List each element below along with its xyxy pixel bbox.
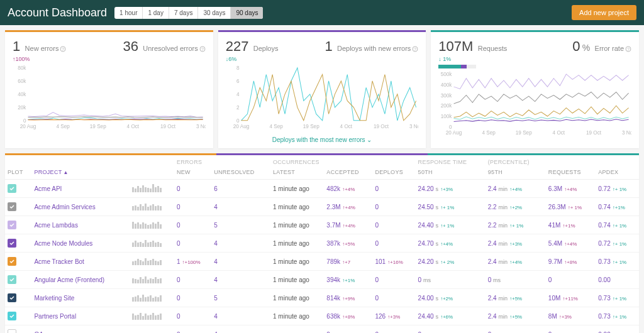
deploys-value: 227 xyxy=(226,38,249,54)
projects-table: ERRORSOCCURRENCESRESPONSE TIME(PERCENTIL… xyxy=(5,155,639,333)
table-row[interactable]: Acme Tracker Bot1↑+100%41 minute ago789k… xyxy=(5,253,639,271)
col-deploys[interactable]: DEPLOYS xyxy=(372,165,415,180)
unresolved-errors-label: Unresolved errors? xyxy=(143,45,205,52)
svg-text:400k: 400k xyxy=(441,82,453,88)
sparkline xyxy=(132,220,162,229)
svg-text:?: ? xyxy=(627,47,630,52)
col-latest[interactable]: LATEST xyxy=(270,165,324,180)
project-link[interactable]: Angular Acme (Frontend) xyxy=(34,276,104,283)
col-unresolved[interactable]: UNRESOLVED xyxy=(211,165,270,180)
table-row[interactable]: Acme Admin Services041 minute ago2.3M↑+4… xyxy=(5,198,639,216)
page-title: Account Dashboard xyxy=(8,6,107,19)
table-row[interactable]: Partners Portal041 minute ago638k↑+8%126… xyxy=(5,307,639,325)
plot-checkbox[interactable] xyxy=(8,239,16,248)
table-row[interactable]: Angular Acme (Frontend)041 minute ago394… xyxy=(5,271,639,289)
unresolved-errors-value: 36 xyxy=(123,38,138,54)
svg-text:20 Aug: 20 Aug xyxy=(446,130,462,136)
plot-checkbox[interactable] xyxy=(8,221,16,229)
table-header-row: PLOTPROJECT▲NEWUNRESOLVEDLATESTACCEPTEDD… xyxy=(5,165,639,180)
svg-text:40k: 40k xyxy=(18,92,26,97)
project-link[interactable]: Acme Node Modules xyxy=(34,240,92,247)
svg-text:19 Sep: 19 Sep xyxy=(516,130,532,136)
table-row[interactable]: Marketing Site051 minute ago814k↑+9%024.… xyxy=(5,289,639,307)
col-[interactable] xyxy=(130,165,174,180)
svg-text:8: 8 xyxy=(236,65,240,71)
svg-text:6: 6 xyxy=(236,79,240,84)
project-link[interactable]: Marketing Site xyxy=(34,295,74,302)
info-icon: ? xyxy=(60,46,66,52)
col-project[interactable]: PROJECT▲ xyxy=(31,165,129,180)
new-errors-delta: ↑100% xyxy=(13,56,109,62)
project-link[interactable]: Acme API xyxy=(34,185,62,192)
table-row[interactable]: QA04-000 ms0 ms00.00 xyxy=(5,325,639,334)
svg-text:2: 2 xyxy=(236,105,240,111)
sparkline xyxy=(132,275,162,283)
table-row[interactable]: Acme API061 minute ago482k↑+4%024.20 s↑+… xyxy=(5,180,639,198)
add-project-button[interactable]: Add new project xyxy=(572,5,636,20)
svg-text:500k: 500k xyxy=(441,72,453,77)
time-range-1day[interactable]: 1 day xyxy=(143,7,169,19)
time-range-90days[interactable]: 90 days xyxy=(231,7,263,19)
plot-checkbox[interactable] xyxy=(8,257,16,266)
info-icon: ? xyxy=(412,46,418,52)
new-errors-label: New errors? xyxy=(25,45,67,52)
requests-sparkbar xyxy=(438,65,476,68)
requests-chart: 0100k200k300k400k500k20 Aug4 Sep19 Sep4 … xyxy=(431,71,639,140)
deploys-new-errors-value: 1 xyxy=(325,38,332,54)
col-plot[interactable]: PLOT xyxy=(5,165,31,180)
new-errors-value: 1 xyxy=(13,38,20,54)
svg-text:?: ? xyxy=(201,47,204,52)
time-range-1hour[interactable]: 1 hour xyxy=(114,7,143,19)
sparkline xyxy=(132,202,162,210)
svg-text:19 Sep: 19 Sep xyxy=(90,124,106,129)
col-accepted[interactable]: ACCEPTED xyxy=(324,165,372,180)
error-rate-value: 0 xyxy=(572,38,580,54)
errors-chart: 020k40k60k80k20 Aug4 Sep19 Sep4 Oct19 Oc… xyxy=(5,65,213,134)
col-requests[interactable]: REQUESTS xyxy=(546,165,596,180)
col-95th[interactable]: 95TH xyxy=(486,165,546,180)
requests-delta: ↓ 1% xyxy=(438,56,535,68)
plot-checkbox[interactable] xyxy=(8,312,16,320)
table-group-row: ERRORSOCCURRENCESRESPONSE TIME(PERCENTIL… xyxy=(5,155,639,165)
time-range-selector: 1 hour1 day7 days30 days90 days xyxy=(114,7,263,19)
project-link[interactable]: QA xyxy=(34,331,43,334)
app-header: Account Dashboard 1 hour1 day7 days30 da… xyxy=(0,0,644,25)
svg-text:19 Oct: 19 Oct xyxy=(374,124,389,129)
plot-checkbox[interactable] xyxy=(8,184,16,193)
plot-checkbox[interactable] xyxy=(8,275,16,284)
project-link[interactable]: Partners Portal xyxy=(34,313,76,320)
svg-text:?: ? xyxy=(62,47,64,52)
chevron-down-icon: ⌄ xyxy=(367,136,372,143)
time-range-7days[interactable]: 7 days xyxy=(169,7,198,19)
errors-panel: 1 New errors? ↑100% 36 Unresolved errors… xyxy=(5,30,213,148)
svg-text:4 Sep: 4 Sep xyxy=(56,124,70,129)
sparkline xyxy=(132,311,162,320)
table-body: Acme API061 minute ago482k↑+4%024.20 s↑+… xyxy=(5,180,639,334)
time-range-30days[interactable]: 30 days xyxy=(198,7,231,19)
table-row[interactable]: Acme Node Modules041 minute ago387k↑+5%0… xyxy=(5,234,639,253)
svg-text:0: 0 xyxy=(23,118,26,124)
svg-text:3 Nov: 3 Nov xyxy=(196,124,206,129)
col-apdex[interactable]: APDEX xyxy=(596,165,639,180)
sparkline xyxy=(132,293,162,302)
info-icon: ? xyxy=(625,46,631,52)
project-link[interactable]: Acme Lambdas xyxy=(34,222,77,229)
deploys-chart: 0246820 Aug4 Sep19 Sep4 Oct19 Oct3 Nov xyxy=(218,65,426,134)
svg-text:19 Oct: 19 Oct xyxy=(160,124,176,129)
plot-checkbox[interactable] xyxy=(8,329,16,333)
project-link[interactable]: Acme Admin Services xyxy=(34,204,95,210)
plot-checkbox[interactable] xyxy=(8,293,16,302)
table-row[interactable]: Acme Lambdas051 minute ago3.7M↑+4%024.40… xyxy=(5,216,639,234)
col-new[interactable]: NEW xyxy=(174,165,211,180)
svg-text:4 Sep: 4 Sep xyxy=(269,124,283,129)
deploys-link[interactable]: Deploys with the most new errors ⌄ xyxy=(218,134,426,148)
project-link[interactable]: Acme Tracker Bot xyxy=(34,258,84,265)
deploys-new-errors-label: Deploys with new errors? xyxy=(337,45,418,52)
svg-text:3 Nov: 3 Nov xyxy=(409,124,419,129)
plot-checkbox[interactable] xyxy=(8,202,16,211)
requests-label: Requests xyxy=(478,45,507,52)
table-accent xyxy=(5,153,639,155)
requests-value: 107M xyxy=(438,38,473,54)
svg-text:0: 0 xyxy=(449,124,452,130)
col-50th[interactable]: 50TH xyxy=(416,165,486,180)
